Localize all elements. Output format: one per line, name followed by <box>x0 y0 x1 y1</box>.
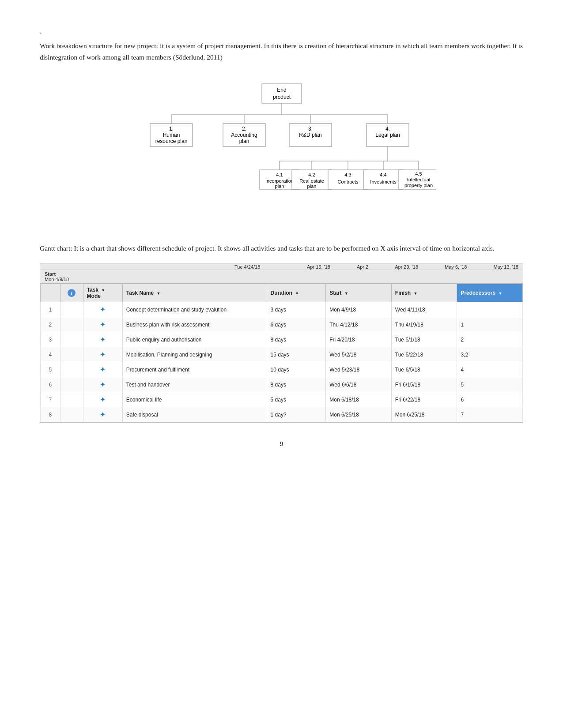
svg-text:4.: 4. <box>385 126 389 132</box>
finish-cell: Fri 6/15/18 <box>391 377 457 392</box>
svg-text:Contracts: Contracts <box>337 179 359 184</box>
svg-text:1.: 1. <box>169 126 173 132</box>
duration-cell: 1 day? <box>267 407 326 422</box>
row-number-cell: 7 <box>41 392 60 407</box>
svg-text:4.3: 4.3 <box>344 172 351 177</box>
gantt-header-bar: Tue 4/24/18 Apr 15, '18 Apr 2 Apr 29, '1… <box>40 263 523 284</box>
svg-text:2.: 2. <box>242 126 246 132</box>
svg-text:4.1: 4.1 <box>276 172 283 177</box>
svg-text:Accounting: Accounting <box>231 132 257 138</box>
row-info-cell <box>60 317 83 332</box>
predecessors-cell: 1 <box>457 317 523 332</box>
task-name-cell: Economical life <box>122 392 267 407</box>
svg-text:R&D plan: R&D plan <box>299 132 321 138</box>
finish-cell: Thu 4/19/18 <box>391 317 457 332</box>
table-row: 7✦Economical life5 daysMon 6/18/18Fri 6/… <box>41 392 523 407</box>
finish-cell: Tue 5/22/18 <box>391 347 457 362</box>
col-task-mode[interactable]: Task ▼Mode <box>83 284 122 302</box>
task-mode-icon: ✦ <box>100 321 106 328</box>
dot: . <box>40 26 523 36</box>
start-cell: Wed 6/6/18 <box>326 377 392 392</box>
row-number-cell: 4 <box>41 347 60 362</box>
table-row: 6✦Test and handover8 daysWed 6/6/18Fri 6… <box>41 377 523 392</box>
duration-cell: 10 days <box>267 362 326 377</box>
finish-cell: Tue 6/5/18 <box>391 362 457 377</box>
duration-cell: 3 days <box>267 302 326 317</box>
task-mode-dropdown-arrow: ▼ <box>101 288 105 293</box>
svg-text:property plan: property plan <box>404 183 432 188</box>
gantt-intro: Gantt chart: It is a chart that shows di… <box>40 243 523 254</box>
task-name-cell: Test and handover <box>122 377 267 392</box>
finish-cell: Tue 5/1/18 <box>391 332 457 347</box>
gantt-chart: Tue 4/24/18 Apr 15, '18 Apr 2 Apr 29, '1… <box>40 263 523 423</box>
col-duration[interactable]: Duration ▼ <box>267 284 326 302</box>
start-cell: Mon 6/18/18 <box>326 392 392 407</box>
task-name-cell: Procurement and fulfilment <box>122 362 267 377</box>
task-mode-icon: ✦ <box>100 366 106 373</box>
page-number: 9 <box>40 440 523 447</box>
svg-text:Investments: Investments <box>370 179 397 184</box>
row-info-cell <box>60 347 83 362</box>
task-name-cell: Business plan with risk assessment <box>122 317 267 332</box>
svg-text:plan: plan <box>307 184 316 189</box>
date-4: May 6, '18 <box>445 264 467 270</box>
predecessors-cell <box>457 302 523 317</box>
date-3: Apr 29, '18 <box>395 264 418 270</box>
row-info-cell <box>60 362 83 377</box>
task-mode-icon: ✦ <box>100 306 106 313</box>
date-5: May 13, '18 <box>493 264 518 270</box>
task-mode-icon: ✦ <box>100 336 106 343</box>
col-rownum <box>41 284 60 302</box>
finish-cell: Fri 6/22/18 <box>391 392 457 407</box>
task-mode-icon: ✦ <box>100 381 106 388</box>
svg-text:product: product <box>272 94 291 100</box>
svg-text:Real estate: Real estate <box>299 178 324 184</box>
table-row: 3✦Public enquiry and authorisation8 days… <box>41 332 523 347</box>
task-name-cell: Safe disposal <box>122 407 267 422</box>
start-label: Start <box>45 271 69 277</box>
predecessors-dropdown-arrow: ▼ <box>498 291 502 296</box>
row-number-cell: 3 <box>41 332 60 347</box>
row-info-cell <box>60 377 83 392</box>
table-row: 5✦Procurement and fulfilment10 daysWed 5… <box>41 362 523 377</box>
duration-cell: 6 days <box>267 317 326 332</box>
gantt-date-row: Tue 4/24/18 Apr 15, '18 Apr 2 Apr 29, '1… <box>40 263 523 270</box>
row-number-cell: 1 <box>41 302 60 317</box>
start-dropdown-arrow: ▼ <box>344 291 348 296</box>
svg-text:3.: 3. <box>308 126 312 132</box>
svg-text:resource plan: resource plan <box>155 138 187 144</box>
col-predecessors[interactable]: Predecessors ▼ <box>457 284 523 302</box>
duration-cell: 8 days <box>267 377 326 392</box>
date-2: Apr 2 <box>357 264 368 270</box>
col-task-name[interactable]: Task Name ▼ <box>122 284 267 302</box>
task-mode-icon: ✦ <box>100 411 106 418</box>
start-cell: Fri 4/20/18 <box>326 332 392 347</box>
finish-cell: Mon 6/25/18 <box>391 407 457 422</box>
duration-cell: 8 days <box>267 332 326 347</box>
col-info[interactable]: i <box>60 284 83 302</box>
col-start[interactable]: Start ▼ <box>326 284 392 302</box>
gantt-table: i Task ▼Mode Task Name ▼ Duration ▼ Star… <box>40 284 523 422</box>
row-number-cell: 2 <box>41 317 60 332</box>
info-icon: i <box>68 289 76 297</box>
table-row: 8✦Safe disposal1 day?Mon 6/25/18Mon 6/25… <box>41 407 523 422</box>
svg-text:plan: plan <box>239 138 249 144</box>
task-mode-cell: ✦ <box>83 362 122 377</box>
start-cell: Wed 5/2/18 <box>326 347 392 362</box>
row-info-cell <box>60 407 83 422</box>
row-info-cell <box>60 332 83 347</box>
svg-text:Incorporation: Incorporation <box>265 178 293 184</box>
col-finish[interactable]: Finish ▼ <box>391 284 457 302</box>
gantt-start-row: Start Mon 4/9/18 <box>40 270 523 283</box>
start-cell: Thu 4/12/18 <box>326 317 392 332</box>
intro-paragraph: Work breakdown structure for new project… <box>40 40 523 64</box>
row-number-cell: 5 <box>41 362 60 377</box>
predecessors-cell: 7 <box>457 407 523 422</box>
predecessors-cell: 6 <box>457 392 523 407</box>
duration-dropdown-arrow: ▼ <box>295 291 299 296</box>
task-mode-cell: ✦ <box>83 407 122 422</box>
start-cell: Mon 4/9/18 <box>326 302 392 317</box>
predecessors-cell: 5 <box>457 377 523 392</box>
date-1: Apr 15, '18 <box>307 264 330 270</box>
task-mode-cell: ✦ <box>83 302 122 317</box>
